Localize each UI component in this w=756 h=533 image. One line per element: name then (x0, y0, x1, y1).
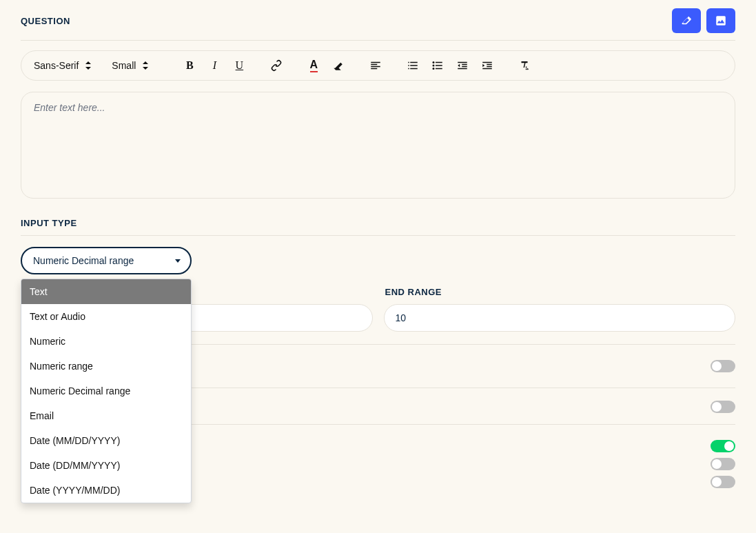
svg-rect-3 (436, 65, 442, 66)
end-range-col: END RANGE (384, 287, 736, 332)
dropdown-item-numeric-range[interactable]: Numeric range (21, 354, 191, 379)
editor-placeholder: Enter text here... (34, 102, 105, 113)
indent-button[interactable] (480, 58, 495, 73)
unordered-list-button[interactable] (430, 58, 445, 73)
font-size-select[interactable]: Small (112, 60, 167, 71)
svg-rect-5 (436, 68, 442, 70)
question-editor[interactable]: Enter text here... (21, 92, 735, 199)
svg-rect-1 (436, 62, 442, 63)
clear-group (510, 58, 539, 73)
image-icon (714, 14, 728, 27)
highlight-button[interactable] (331, 58, 346, 73)
dropdown-item-date-dmy[interactable]: Date (DD/MM/YYYY) (21, 453, 191, 478)
input-type-select-wrap: Numeric Decimal range Text Text or Audio… (21, 247, 192, 274)
link-button[interactable] (269, 58, 284, 73)
input-type-label: INPUT TYPE (21, 218, 735, 228)
end-range-label: END RANGE (384, 287, 736, 297)
indent-icon (481, 59, 493, 72)
highlight-icon (332, 59, 345, 72)
bold-button[interactable]: B (182, 58, 197, 73)
toggle-4[interactable] (711, 458, 735, 470)
dropdown-item-text[interactable]: Text (21, 279, 191, 304)
text-color-button[interactable]: A (306, 58, 321, 73)
question-header: QUESTION (21, 0, 735, 33)
dropdown-item-date-mdy[interactable]: Date (MM/DD/YYYY) (21, 428, 191, 453)
align-button[interactable] (368, 58, 383, 73)
end-range-input[interactable] (384, 304, 736, 332)
sort-icon (85, 62, 92, 69)
divider (21, 235, 735, 236)
divider (21, 40, 735, 41)
eraser-button[interactable] (672, 8, 701, 33)
outdent-button[interactable] (455, 58, 470, 73)
dropdown-item-numeric[interactable]: Numeric (21, 329, 191, 354)
dropdown-item-email[interactable]: Email (21, 403, 191, 428)
font-family-value: Sans-Serif (34, 60, 79, 71)
input-type-row: INPUT TYPE (21, 218, 735, 228)
clear-format-button[interactable] (517, 58, 532, 73)
link-group (262, 58, 291, 73)
ordered-list-button[interactable] (405, 58, 420, 73)
italic-button[interactable]: I (207, 58, 222, 73)
eraser-icon (680, 14, 693, 27)
dropdown-item-text-audio[interactable]: Text or Audio (21, 304, 191, 329)
underline-button[interactable]: U (232, 58, 247, 73)
toggle-1[interactable] (711, 360, 735, 372)
header-buttons (672, 8, 735, 33)
question-label: QUESTION (21, 16, 70, 26)
color-group: A (299, 58, 353, 73)
force-response-toggle[interactable] (711, 476, 735, 488)
toggle-3[interactable] (711, 440, 735, 452)
image-button[interactable] (706, 8, 735, 33)
input-type-select[interactable]: Numeric Decimal range (21, 247, 192, 274)
align-group (361, 58, 390, 73)
list-group (398, 58, 502, 73)
svg-point-2 (433, 65, 435, 67)
font-size-value: Small (112, 60, 136, 71)
align-left-icon (369, 59, 382, 72)
rich-text-toolbar: Sans-Serif Small B I U A (21, 50, 735, 81)
list-ol-icon (407, 59, 419, 72)
list-ul-icon (431, 59, 444, 72)
dropdown-item-date-ymd[interactable]: Date (YYYY/MM/DD) (21, 478, 191, 503)
text-style-group: B I U (175, 58, 254, 73)
input-type-dropdown: Text Text or Audio Numeric Numeric range… (21, 279, 192, 503)
toggle-2[interactable] (711, 401, 735, 413)
svg-point-4 (433, 68, 435, 70)
clear-format-icon (518, 59, 531, 72)
svg-point-0 (433, 61, 435, 63)
font-family-select[interactable]: Sans-Serif (34, 60, 98, 71)
outdent-icon (456, 59, 469, 72)
link-icon (270, 59, 283, 72)
sort-icon (143, 62, 150, 69)
dropdown-item-numeric-decimal-range[interactable]: Numeric Decimal range (21, 379, 191, 403)
